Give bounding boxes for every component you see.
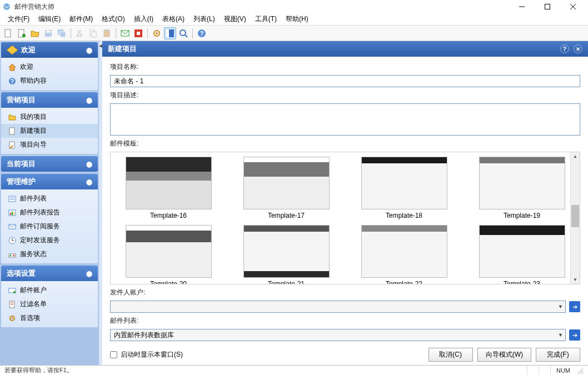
svg-rect-17 (92, 32, 96, 37)
close-button[interactable] (560, 0, 586, 13)
svg-rect-9 (46, 31, 51, 33)
menu-mail[interactable]: 邮件(M) (65, 13, 97, 26)
maximize-button[interactable] (535, 0, 560, 13)
sidebar-item-new-project[interactable]: 新建项目 (1, 124, 98, 138)
filter-icon (8, 300, 17, 309)
sidebar-item-welcome[interactable]: 欢迎 (1, 60, 98, 74)
menu-format[interactable]: 格式(O) (97, 13, 129, 26)
svg-point-27 (180, 30, 186, 36)
help-icon[interactable]: ? (560, 44, 569, 53)
svg-rect-35 (9, 142, 14, 148)
chevron-icon: ⬤ (86, 179, 92, 185)
sidebar-item-label: 欢迎 (20, 62, 33, 72)
cancel-button[interactable]: 取消(C) (428, 348, 473, 362)
menu-list[interactable]: 列表(L) (189, 13, 220, 26)
menu-file[interactable]: 文件(F) (3, 13, 34, 26)
folder-icon (8, 113, 17, 122)
maillist-go-button[interactable]: ➔ (569, 329, 580, 341)
sidebar-group-projects[interactable]: 营销项目 ⬤ (1, 92, 98, 108)
minimize-button[interactable] (509, 0, 535, 13)
template-label: 邮件模板: (110, 139, 580, 148)
chevron-down-icon: ▼ (558, 332, 563, 338)
sidebar-group-options[interactable]: 选项设置 ⬤ (1, 266, 98, 281)
template-thumb (479, 225, 565, 278)
menu-view[interactable]: 视图(V) (220, 13, 251, 26)
startup-checkbox-row[interactable]: 启动时显示本窗口(S) (110, 350, 183, 359)
close-panel-icon[interactable]: ✕ (574, 44, 582, 53)
sidebar-item-wizard[interactable]: 项目向导 (1, 138, 98, 152)
toolbar: ? (0, 26, 588, 41)
svg-rect-2 (545, 4, 550, 9)
window-title: 邮件营销大师 (14, 2, 54, 12)
sidebar-group-manage[interactable]: 管理维护 ⬤ (1, 174, 98, 189)
svg-point-49 (13, 254, 15, 256)
wizard-button[interactable]: 向导模式(W) (477, 348, 531, 362)
scroll-up-icon[interactable]: ▲ (571, 152, 580, 161)
sender-label: 发件人账户: (110, 288, 580, 297)
template-item[interactable]: Template-22 (351, 225, 457, 284)
envelope-icon (7, 46, 18, 54)
sidebar-item-maillist[interactable]: 邮件列表 (1, 192, 98, 206)
template-item[interactable]: Template-20 (115, 225, 222, 284)
menu-tools[interactable]: 工具(T) (251, 13, 281, 26)
project-desc-input[interactable] (110, 103, 580, 136)
tb-open[interactable] (29, 27, 41, 39)
sender-combo[interactable]: ▼ (110, 301, 566, 313)
menu-edit[interactable]: 编辑(E) (34, 13, 65, 26)
sidebar-item-status[interactable]: 服务状态 (1, 247, 98, 261)
menu-table[interactable]: 表格(A) (158, 13, 189, 26)
tb-copy[interactable] (87, 27, 99, 39)
resize-grip[interactable] (576, 367, 584, 374)
sidebar-group-welcome[interactable]: 欢迎 ⬤ (1, 42, 98, 58)
tb-save[interactable] (42, 27, 54, 39)
menu-insert[interactable]: 插入(I) (129, 13, 158, 26)
template-item[interactable]: Template-19 (469, 157, 575, 219)
project-name-label: 项目名称: (110, 62, 580, 72)
menu-help[interactable]: 帮助(H) (281, 13, 313, 26)
svg-point-56 (12, 317, 13, 319)
sender-go-button[interactable]: ➔ (569, 301, 580, 312)
template-item[interactable]: Template-18 (351, 157, 457, 219)
project-name-input[interactable] (110, 75, 580, 87)
sidebar-item-filter[interactable]: 过滤名单 (1, 297, 98, 311)
tb-saveall[interactable] (56, 27, 68, 39)
tb-panel[interactable] (164, 27, 176, 39)
tb-preview[interactable] (177, 27, 190, 39)
tb-send[interactable] (119, 27, 131, 39)
sidebar-item-preferences[interactable]: 首选项 (1, 311, 98, 325)
sidebar-item-my-projects[interactable]: 我的项目 (1, 110, 98, 124)
chevron-icon: ⬤ (86, 47, 92, 53)
tb-paste[interactable] (101, 27, 113, 39)
project-desc-label: 项目描述: (110, 91, 580, 100)
maillist-combo[interactable]: 内置邮件列表数据库 ▼ (110, 329, 566, 341)
svg-text:?: ? (11, 78, 14, 84)
template-item[interactable]: Template-23 (469, 225, 575, 284)
tb-settings[interactable] (151, 27, 163, 39)
tb-new[interactable] (2, 27, 14, 39)
sidebar-item-label: 邮件列表 (20, 194, 47, 203)
sidebar-item-report[interactable]: 邮件列表报告 (1, 206, 98, 219)
sidebar-item-accounts[interactable]: 邮件账户 (1, 283, 98, 297)
title-bar: 邮件营销大师 (0, 0, 588, 13)
status-icon (8, 250, 17, 259)
sidebar-group-current[interactable]: 当前项目 ⬤ (1, 156, 98, 172)
svg-rect-36 (9, 196, 16, 202)
template-scrollbar[interactable]: ▲ ▼ (570, 152, 580, 284)
template-item[interactable]: Template-16 (115, 157, 222, 219)
tb-stop[interactable] (132, 27, 144, 39)
tb-help[interactable]: ? (196, 27, 208, 39)
sidebar-group-label: 欢迎 (21, 45, 36, 55)
template-item[interactable]: Template-21 (233, 225, 340, 284)
sidebar-item-schedule[interactable]: 定时发送服务 (1, 233, 98, 247)
template-item[interactable]: Template-17 (233, 157, 340, 219)
tb-cut[interactable] (74, 27, 86, 39)
finish-button[interactable]: 完成(F) (536, 348, 580, 362)
sidebar-group-label: 营销项目 (7, 95, 36, 105)
checkbox-label: 启动时显示本窗口(S) (121, 350, 183, 359)
tb-new-mail[interactable] (16, 27, 28, 39)
scroll-thumb[interactable] (571, 205, 579, 227)
scroll-down-icon[interactable]: ▼ (571, 275, 580, 284)
sidebar-item-subscribe[interactable]: 邮件订阅服务 (1, 219, 98, 233)
startup-checkbox[interactable] (110, 351, 117, 358)
sidebar-item-help[interactable]: ? 帮助内容 (1, 74, 98, 88)
